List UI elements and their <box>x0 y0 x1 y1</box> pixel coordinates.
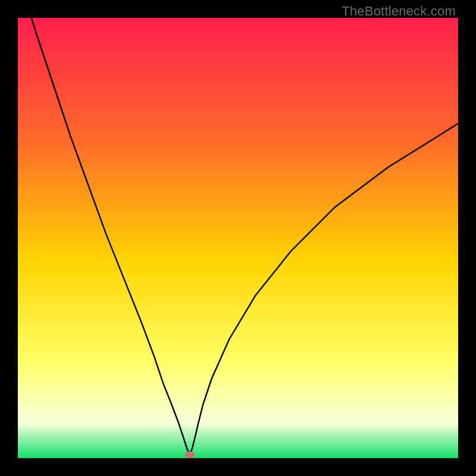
plot-area <box>18 18 458 458</box>
chart-frame: TheBottleneck.com <box>0 0 476 476</box>
watermark-text: TheBottleneck.com <box>342 4 456 19</box>
optimal-marker <box>185 452 195 458</box>
bottleneck-curve <box>18 18 458 458</box>
